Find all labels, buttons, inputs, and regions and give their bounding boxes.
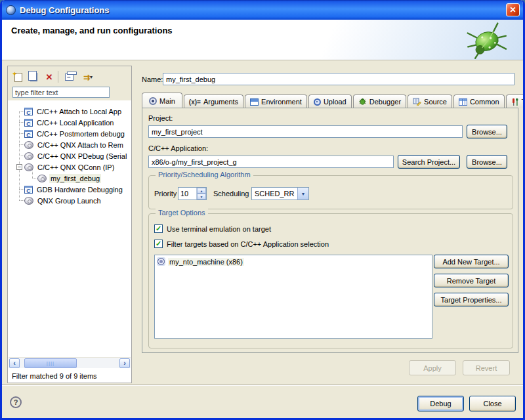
launch-config-tree-panel: ✦ ✕ − ⇉ ▾ C bbox=[7, 66, 132, 383]
scroll-left-icon[interactable]: ‹ bbox=[9, 358, 20, 368]
project-input[interactable] bbox=[148, 125, 463, 138]
target-list-item[interactable]: my_nto_machine (x86) bbox=[157, 257, 244, 266]
search-project-button[interactable]: Search Project... bbox=[398, 155, 460, 169]
qnx-launch-icon bbox=[24, 197, 33, 205]
scheduling-combo[interactable]: SCHED_RR ▼ bbox=[251, 187, 309, 200]
tree-item-selected[interactable]: my_first_debug bbox=[9, 173, 131, 184]
horizontal-scrollbar[interactable]: ‹ |||| › bbox=[9, 357, 131, 368]
tab-environment[interactable]: Environment bbox=[245, 94, 307, 108]
add-new-target-button[interactable]: Add New Target... bbox=[434, 255, 509, 268]
cdt-launch-icon: C bbox=[24, 119, 33, 127]
tab-arguments[interactable]: (x)= Arguments bbox=[184, 94, 243, 108]
tree-item-expanded[interactable]: − C/C++ QNX QConn (IP) bbox=[9, 161, 131, 173]
remove-target-button[interactable]: Remove Target bbox=[434, 274, 509, 287]
delete-config-button[interactable]: ✕ bbox=[42, 70, 56, 84]
upload-tab-icon bbox=[314, 98, 321, 106]
tab-upload[interactable]: Upload bbox=[308, 94, 352, 108]
collapse-expander-icon[interactable]: − bbox=[16, 164, 22, 170]
priority-spinner[interactable]: ▲ ▼ bbox=[178, 187, 207, 200]
new-config-icon: ✦ bbox=[14, 73, 22, 82]
toolbar-separator bbox=[58, 71, 58, 83]
qnx-launch-icon bbox=[24, 141, 33, 149]
bottom-separator bbox=[2, 385, 523, 386]
debug-button[interactable]: Debug bbox=[417, 396, 464, 411]
project-browse-button[interactable]: Browse... bbox=[467, 125, 507, 138]
revert-button[interactable]: Revert bbox=[463, 360, 510, 375]
target-properties-button[interactable]: Target Properties... bbox=[434, 293, 509, 306]
tab-tools[interactable]: Tools bbox=[506, 94, 525, 108]
project-label: Project: bbox=[148, 114, 173, 122]
cdt-launch-icon: C bbox=[24, 186, 33, 194]
tab-common[interactable]: Common bbox=[453, 94, 505, 108]
tree-item[interactable]: C C/C++ Local Application bbox=[9, 117, 131, 128]
tree-item[interactable]: C C/C++ Attach to Local App bbox=[9, 106, 131, 117]
target-options-group: Target Options ✓ Use terminal emulation … bbox=[148, 213, 513, 348]
filter-menu-button[interactable]: ⇉ ▾ bbox=[77, 70, 98, 84]
qnx-launch-icon bbox=[37, 175, 47, 182]
filter-status: Filter matched 9 of 9 items bbox=[12, 372, 97, 380]
target-item-label: my_nto_machine (x86) bbox=[168, 258, 244, 266]
checkbox-checked-icon[interactable]: ✓ bbox=[154, 240, 163, 248]
cdt-launch-icon: C bbox=[24, 130, 33, 138]
close-button[interactable]: Close bbox=[469, 396, 516, 411]
tools-tab-icon bbox=[511, 98, 519, 106]
tree-toolbar: ✦ ✕ − ⇉ ▾ bbox=[8, 66, 131, 100]
title-bar[interactable]: Debug Configurations ✕ bbox=[0, 0, 525, 20]
application-label: C/C++ Application: bbox=[148, 144, 208, 152]
priority-value-input[interactable] bbox=[178, 188, 196, 200]
target-machine-icon bbox=[157, 257, 165, 266]
priority-scheduling-group: Priority/Scheduling Algorithm Priority ▲… bbox=[148, 175, 513, 209]
cdt-launch-icon: C bbox=[24, 108, 33, 116]
header-title: Create, manage, and run configurations bbox=[11, 26, 173, 35]
duplicate-config-button[interactable] bbox=[26, 70, 41, 84]
tree-item[interactable]: QNX Group Launch bbox=[9, 195, 131, 206]
target-list[interactable]: my_nto_machine (x86) bbox=[154, 255, 432, 339]
checkbox-checked-icon[interactable]: ✓ bbox=[154, 224, 163, 233]
close-icon[interactable]: ✕ bbox=[506, 3, 520, 16]
tab-source[interactable]: Source bbox=[408, 94, 452, 108]
name-input[interactable] bbox=[163, 73, 514, 85]
tab-main[interactable]: Main bbox=[142, 93, 182, 108]
combo-dropdown-icon[interactable]: ▼ bbox=[297, 188, 308, 200]
filter-input[interactable] bbox=[12, 87, 110, 98]
tree-item[interactable]: C GDB Hardware Debugging bbox=[9, 184, 131, 195]
qnx-launch-icon bbox=[24, 152, 33, 160]
apply-button[interactable]: Apply bbox=[409, 360, 456, 375]
beetle-logo-icon bbox=[465, 20, 509, 60]
qnx-launch-icon bbox=[24, 163, 33, 171]
target-group-title: Target Options bbox=[156, 209, 208, 217]
debugger-tab-icon bbox=[358, 98, 367, 106]
help-icon[interactable]: ? bbox=[10, 396, 22, 408]
spin-down-icon[interactable]: ▼ bbox=[197, 194, 206, 200]
terminal-emulation-label: Use terminal emulation on target bbox=[167, 225, 271, 233]
scroll-right-icon[interactable]: › bbox=[119, 358, 130, 368]
priority-label: Priority bbox=[154, 190, 177, 198]
launch-config-tree: C C/C++ Attach to Local App C C/C++ Loca… bbox=[9, 100, 131, 356]
environment-tab-icon bbox=[250, 98, 259, 106]
scrollbar-thumb[interactable]: |||| bbox=[24, 358, 77, 368]
tree-item[interactable]: C/C++ QNX PDebug (Serial bbox=[9, 150, 131, 161]
new-launch-config-button[interactable]: ✦ bbox=[11, 70, 26, 84]
spin-up-icon[interactable]: ▲ bbox=[197, 188, 206, 194]
tab-debugger[interactable]: Debugger bbox=[353, 94, 406, 108]
spinner-buttons: ▲ ▼ bbox=[196, 188, 206, 200]
source-tab-icon bbox=[413, 98, 421, 106]
filter-targets-label: Filter targets based on C/C++ Applicatio… bbox=[167, 240, 329, 248]
tree-item[interactable]: C/C++ QNX Attach to Rem bbox=[9, 139, 131, 150]
window-title: Debug Configurations bbox=[20, 5, 506, 15]
tree-item[interactable]: C C/C++ Postmortem debugg bbox=[9, 128, 131, 139]
filter-targets-checkbox-row[interactable]: ✓ Filter targets based on C/C++ Applicat… bbox=[154, 240, 329, 248]
arguments-tab-icon: (x)= bbox=[189, 98, 201, 106]
tab-strip: Main (x)= Arguments Environment Upload D bbox=[142, 93, 525, 108]
common-tab-icon bbox=[459, 98, 467, 106]
priority-group-title: Priority/Scheduling Algorithm bbox=[156, 171, 253, 178]
main-tab-icon bbox=[149, 97, 157, 105]
application-input[interactable] bbox=[148, 156, 394, 168]
window-icon bbox=[6, 5, 16, 15]
dialog-header: Create, manage, and run configurations bbox=[2, 20, 523, 60]
application-browse-button[interactable]: Browse... bbox=[467, 155, 507, 169]
terminal-emulation-checkbox-row[interactable]: ✓ Use terminal emulation on target bbox=[154, 224, 271, 233]
collapse-all-button[interactable]: − bbox=[62, 70, 76, 84]
duplicate-icon bbox=[30, 73, 37, 81]
debug-configurations-dialog: Debug Configurations ✕ Create, manage, a… bbox=[0, 0, 525, 420]
